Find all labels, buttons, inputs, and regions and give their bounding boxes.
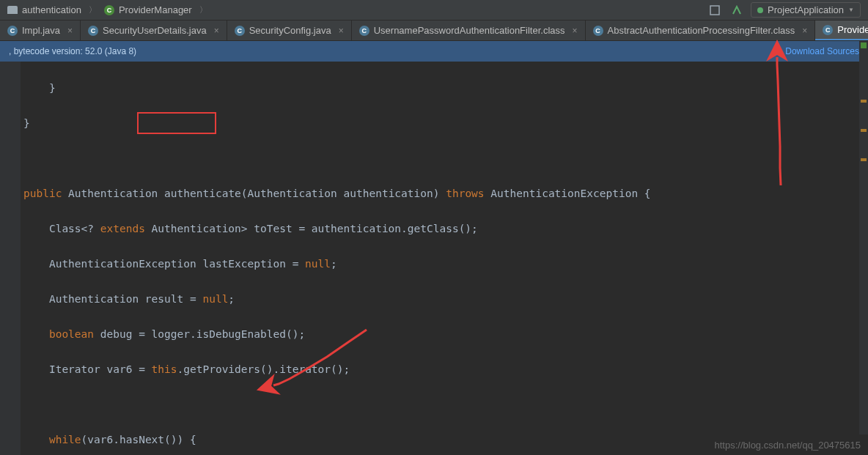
code-text: Authentication result = [23,293,202,305]
tab-abstract-auth-filter[interactable]: AbstractAuthenticationProcessingFilter.c… [586,21,816,40]
code-keyword: extends [100,223,145,234]
code-text: AuthenticationException lastException = [23,258,305,270]
breadcrumb-label: ProviderManager [119,4,192,15]
build-icon[interactable] [729,2,745,18]
code-keyword: public [23,188,62,199]
run-configuration-dropdown[interactable]: ProjectApplication ▼ [751,2,861,18]
code-area[interactable]: } } public Authentication authenticate(A… [21,62,868,455]
code-text: (var6.hasNext()) { [81,434,196,445]
tab-label: Impl.java [22,25,60,36]
tab-impl[interactable]: Impl.java × [0,21,81,40]
download-sources-link[interactable]: Download Sources [785,46,859,56]
code-text: (Authentication authentication) [241,188,446,199]
compiled-class-icon [823,25,833,35]
code-editor[interactable]: } } public Authentication authenticate(A… [0,62,868,455]
code-keyword: throws [446,188,484,199]
code-text: Authentication> toTest = authentication.… [145,223,478,234]
java-class-icon [88,26,98,36]
warning-marker[interactable] [861,129,867,132]
editor-tab-bar: Impl.java × SecurityUserDetails.java × S… [0,21,868,41]
info-bar-text: , bytecode version: 52.0 (Java 8) [9,46,136,56]
tab-label: SecurityUserDetails.java [103,25,207,36]
error-stripe[interactable] [859,41,868,434]
run-dot-icon [757,7,763,13]
code-keyword: this [152,363,177,375]
tab-label: SecurityConfig.java [249,25,331,36]
tab-provider-manager[interactable]: ProviderManager.class × [815,21,868,40]
tab-label: AbstractAuthenticationProcessingFilter.c… [608,25,795,36]
code-text: ; [228,293,235,305]
tab-label: ProviderManager.class [837,24,868,35]
close-icon[interactable]: × [214,26,219,36]
svg-rect-0 [710,6,719,15]
warning-marker[interactable] [861,100,867,103]
close-icon[interactable]: × [802,26,807,36]
class-icon: C [104,5,114,15]
analysis-ok-icon [861,42,867,48]
tab-label: UsernamePasswordAuthenticationFilter.cla… [374,25,565,36]
code-text: } [23,117,30,129]
decompiled-info-bar: , bytecode version: 52.0 (Java 8) Downlo… [0,41,868,62]
toolbar-right: ProjectApplication ▼ [707,2,868,18]
chevron-right-icon: 〉 [198,4,209,15]
breadcrumb-item-providermanager[interactable]: C ProviderManager [101,4,195,15]
folder-icon [7,6,18,14]
code-text: Authentication [62,188,164,199]
code-text: } [23,82,56,94]
tab-username-password-filter[interactable]: UsernamePasswordAuthenticationFilter.cla… [352,21,586,40]
close-icon[interactable]: × [67,26,73,36]
run-config-label: ProjectApplication [768,4,844,15]
chevron-down-icon: ▼ [848,7,854,13]
compiled-class-icon [593,26,603,36]
code-keyword: null [202,293,228,305]
watermark-text: https://blog.csdn.net/qq_20475615 [715,440,861,451]
code-text: .getProviders().iterator(); [177,363,350,375]
java-class-icon [7,26,18,36]
warning-marker[interactable] [861,158,867,161]
java-class-icon [235,26,245,36]
tab-security-user-details[interactable]: SecurityUserDetails.java × [81,21,227,40]
breadcrumb-label: authentication [22,4,81,15]
close-icon[interactable]: × [573,26,578,36]
breadcrumb-item-authentication[interactable]: authentication [4,4,84,15]
code-text: Class<? [23,223,100,234]
breadcrumb-bar: authentication 〉 C ProviderManager 〉 Pro… [0,0,868,21]
tab-security-config[interactable]: SecurityConfig.java × [227,21,352,40]
code-text: ; [331,258,337,270]
screenshot-icon[interactable] [707,2,723,18]
code-keyword: while [23,434,81,445]
chevron-right-icon: 〉 [87,4,98,15]
compiled-class-icon [359,26,369,36]
code-keyword: boolean [23,328,94,340]
code-text: debug = logger.isDebugEnabled(); [94,328,305,340]
code-text: authenticate [164,188,241,199]
editor-gutter [0,62,21,455]
code-text: AuthenticationException { [485,188,651,199]
code-keyword: null [305,258,331,270]
code-text: Iterator var6 = [23,363,152,375]
close-icon[interactable]: × [339,26,344,36]
breadcrumb: authentication 〉 C ProviderManager 〉 [4,4,209,15]
